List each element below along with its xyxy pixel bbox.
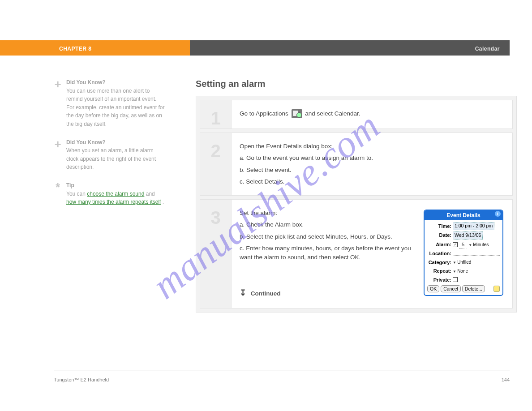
step2-intro: Open the Event Details dialog box:: [240, 142, 503, 151]
repeat-picklist[interactable]: None: [453, 268, 468, 274]
tip-heading: Did You Know?: [66, 139, 106, 146]
steps-container: 1 Go to Applications and select Calendar…: [196, 96, 517, 313]
private-label: Private:: [427, 276, 451, 284]
alarm-row: Alarm: ✓ 5 Minutes: [427, 241, 500, 249]
substep-text: Go to the event you want to assign an al…: [245, 154, 373, 161]
substep-text: Select Details.: [245, 178, 285, 185]
date-row: Date: Wed 9/13/06: [427, 231, 500, 240]
step-body: Open the Event Details dialog box: a. Go…: [238, 137, 506, 192]
footer-left: Tungsten™ E2 Handheld: [54, 377, 109, 382]
time-row: Time: 1:00 pm - 2:00 pm: [427, 222, 500, 230]
sidebar-tips: + Did You Know? You can use more than on…: [54, 78, 166, 216]
tip-block-2: + Did You Know? When you set an alarm, a…: [54, 138, 166, 171]
time-field[interactable]: 1:00 pm - 2:00 pm: [453, 222, 494, 230]
private-row: Private:: [427, 276, 500, 284]
step-2: 2 Open the Event Details dialog box: a. …: [200, 133, 513, 196]
step2-a: a. Go to the event you want to assign an…: [240, 154, 503, 163]
tip-body-tail: .: [163, 199, 164, 205]
repeat-row: Repeat: None: [427, 267, 500, 275]
step-body: Go to Applications and select Calendar.: [238, 104, 506, 125]
tip-text: Tip You can choose the alarm sound and h…: [66, 181, 166, 206]
substep-text: Enter how many minutes, hours, or days b…: [240, 245, 411, 261]
title-bar: [190, 40, 510, 56]
tip-block-3: * Tip You can choose the alarm sound and…: [54, 181, 166, 206]
step3-c: c. Enter how many minutes, hours, or day…: [240, 244, 416, 262]
substep-text: Select the pick list and select Minutes,…: [245, 233, 392, 240]
chapter-title: Calendar: [475, 46, 500, 52]
cancel-button[interactable]: Cancel: [441, 285, 461, 292]
step2-c: c. Select Details.: [240, 177, 503, 186]
alarm-unit-picklist[interactable]: Minutes: [468, 241, 489, 248]
step-body: Set the alarm: a. Check the Alarm box. b…: [238, 203, 506, 304]
step2-b: b. Select the event.: [240, 166, 503, 175]
time-label: Time:: [427, 223, 451, 230]
repeat-label: Repeat:: [427, 267, 451, 275]
step-number: 2: [200, 133, 232, 195]
date-field[interactable]: Wed 9/13/06: [453, 231, 483, 240]
location-row: Location:: [427, 250, 500, 257]
location-field[interactable]: [453, 251, 500, 256]
footer: Tungsten™ E2 Handheld 144: [54, 377, 510, 382]
section-heading: Setting an alarm: [196, 79, 266, 89]
footer-rule: [54, 371, 510, 371]
category-picklist[interactable]: Unfiled: [453, 259, 471, 265]
tip-body-mid: and: [146, 191, 155, 197]
asterisk-icon: *: [54, 181, 62, 206]
continued-text: Continued: [251, 290, 281, 297]
tip-block-1: + Did You Know? You can use more than on…: [54, 78, 166, 128]
alarm-number[interactable]: 5: [459, 241, 467, 249]
step-3: 3 Set the alarm: a. Check the Alarm box.…: [200, 199, 513, 308]
step1-text-pre: Go to Applications: [240, 110, 290, 117]
dialog-title: Event Details: [446, 212, 480, 218]
note-icon[interactable]: [493, 286, 500, 292]
page-number: 144: [502, 377, 510, 382]
delete-button[interactable]: Delete...: [462, 285, 485, 292]
chapter-label: CHAPTER 8: [59, 46, 92, 52]
step-number: 1: [200, 100, 232, 128]
dialog-title-bar: Event Details i: [425, 210, 502, 220]
alarm-label: Alarm:: [427, 241, 451, 248]
tip-link-1[interactable]: choose the alarm sound: [87, 191, 144, 197]
step3-b: b. Select the pick list and select Minut…: [240, 232, 416, 241]
plus-icon: +: [54, 138, 62, 171]
substep-text: Check the Alarm box.: [245, 221, 304, 228]
substep-label: c.: [240, 178, 245, 185]
ok-button[interactable]: OK: [427, 285, 439, 292]
substep-label: a.: [240, 221, 245, 228]
event-details-dialog: Event Details i Time: 1:00 pm - 2:00 pm …: [424, 210, 503, 296]
date-label: Date:: [427, 231, 451, 239]
private-checkbox[interactable]: [453, 277, 458, 282]
chapter-bar: [0, 40, 190, 56]
substep-label: b.: [240, 167, 245, 173]
tip-text: Did You Know? When you set an alarm, a l…: [66, 138, 166, 171]
substep-label: b.: [240, 233, 245, 240]
info-icon[interactable]: i: [495, 211, 501, 217]
step-1: 1 Go to Applications and select Calendar…: [200, 100, 513, 129]
tip-body-pre: You can: [66, 191, 87, 197]
tip-link-2[interactable]: how many times the alarm repeats itself: [66, 199, 161, 205]
calendar-app-icon: [292, 109, 302, 118]
substep-label: c.: [240, 245, 245, 252]
alarm-checkbox[interactable]: ✓: [453, 242, 458, 247]
tip-heading: Did You Know?: [66, 79, 106, 86]
tip-body: When you set an alarm, a little alarm cl…: [66, 147, 156, 170]
location-label: Location:: [427, 250, 451, 257]
step1-text-post: and select Calendar.: [305, 110, 360, 117]
step-number: 3: [200, 200, 232, 308]
substep-label: a.: [240, 154, 245, 161]
step3-intro: Set the alarm:: [240, 209, 416, 218]
category-label: Category:: [427, 259, 451, 266]
substep-text: Select the event.: [245, 167, 291, 173]
tip-body: You can use more than one alert to remin…: [66, 88, 164, 127]
continued-arrow-icon: ↧: [240, 288, 246, 297]
category-row: Category: Unfiled: [427, 259, 500, 266]
tip-text: Did You Know? You can use more than one …: [66, 78, 166, 128]
step3-a: a. Check the Alarm box.: [240, 220, 416, 229]
tip-heading: Tip: [66, 182, 74, 188]
continued-label: ↧ Continued: [240, 287, 416, 299]
plus-icon: +: [54, 78, 62, 128]
